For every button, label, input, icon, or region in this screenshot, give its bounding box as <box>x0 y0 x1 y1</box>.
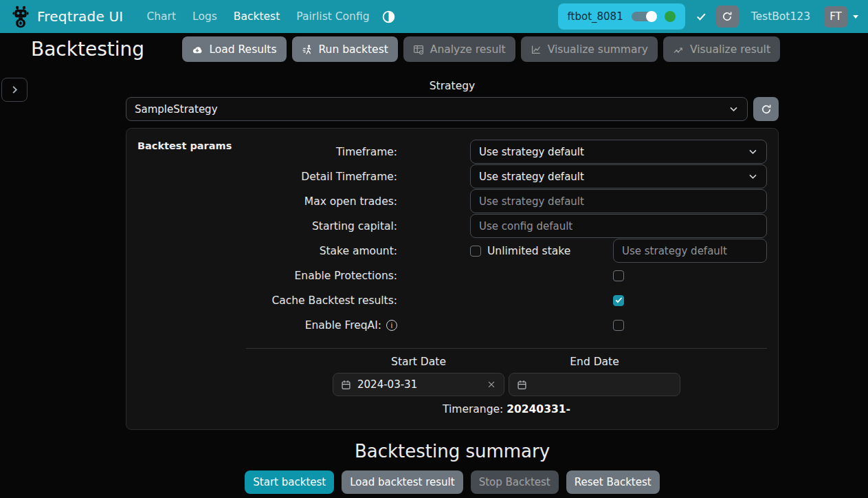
bot-status-dot <box>665 11 676 22</box>
chevron-down-icon <box>728 104 739 114</box>
detail-timeframe-select[interactable]: Use strategy default <box>470 164 767 188</box>
strategy-select-value: SampleStrategy <box>135 103 218 116</box>
visualize-summary-button[interactable]: Visualize summary <box>521 36 658 62</box>
chevron-down-icon <box>748 147 758 157</box>
chevron-right-icon <box>10 85 20 95</box>
date-range-section: Start Date End Date 2024-03-31 <box>333 351 680 415</box>
chevron-down-icon <box>748 171 758 182</box>
clear-start-date-icon[interactable] <box>487 380 496 389</box>
visualize-result-button[interactable]: Visualize result <box>663 36 780 62</box>
run-icon <box>302 44 313 55</box>
start-date-input[interactable]: 2024-03-31 <box>333 373 504 396</box>
summary-button-group: Start backtest Load backtest result Stop… <box>126 470 779 494</box>
backtest-params-form: Timeframe: Use strategy default Detail T… <box>246 140 767 415</box>
stake-amount-input[interactable] <box>613 239 767 263</box>
form-row-starting-capital: Starting capital: <box>246 214 767 238</box>
form-row-detail-timeframe: Detail Timeframe: Use strategy default <box>246 164 767 188</box>
form-row-timeframe: Timeframe: Use strategy default <box>246 140 767 164</box>
load-results-button[interactable]: Load Results <box>182 36 286 62</box>
timerange-value: 20240331- <box>507 403 570 415</box>
starting-capital-label: Starting capital: <box>246 220 470 232</box>
freqtrade-robot-logo-icon <box>10 5 32 28</box>
calendar-icon <box>341 380 351 390</box>
timerange-text: Timerange: 20240331- <box>333 403 680 415</box>
nav-link-backtest[interactable]: Backtest <box>227 10 286 23</box>
refresh-strategies-button[interactable] <box>753 97 779 121</box>
bot-name: ftbot_8081 <box>568 10 623 23</box>
chart-line-icon <box>531 44 542 55</box>
timeframe-label: Timeframe: <box>246 146 470 158</box>
nav-link-pairlist-config[interactable]: Pairlist Config <box>290 10 375 23</box>
backtest-main: Strategy SampleStrategy Backtest params <box>126 80 779 494</box>
start-date-value: 2024-03-31 <box>357 378 417 391</box>
app-title: Freqtrade UI <box>37 8 123 25</box>
unlimited-stake-checkbox[interactable] <box>470 246 481 257</box>
user-menu[interactable]: FT <box>824 6 858 28</box>
start-backtest-button[interactable]: Start backtest <box>245 470 334 494</box>
form-row-max-open-trades: Max open trades: <box>246 189 767 213</box>
backtest-params-card: Backtest params Timeframe: Use strategy … <box>126 128 779 430</box>
cache-results-checkbox[interactable] <box>613 295 624 306</box>
timeframe-select[interactable]: Use strategy default <box>470 140 767 164</box>
strategy-select[interactable]: SampleStrategy <box>126 97 748 121</box>
form-row-enable-protections: Enable Protections: <box>246 263 767 288</box>
refresh-icon <box>761 104 772 115</box>
detail-timeframe-label: Detail Timeframe: <box>246 171 470 183</box>
info-icon[interactable]: i <box>386 320 397 331</box>
max-open-trades-label: Max open trades: <box>246 195 470 208</box>
backtesting-summary-title: Backtesting summary <box>126 441 779 462</box>
stake-amount-label: Stake amount: <box>246 245 470 257</box>
check-icon <box>696 12 706 22</box>
navbar: Freqtrade UI Chart Logs Backtest Pairlis… <box>0 0 868 33</box>
calendar-icon <box>517 380 527 390</box>
max-open-trades-input[interactable] <box>470 189 767 213</box>
unlimited-stake-label: Unlimited stake <box>487 245 570 257</box>
page-header: Backtesting Load Results Run backtest <box>0 33 868 65</box>
starting-capital-input[interactable] <box>470 214 767 238</box>
enable-protections-checkbox[interactable] <box>613 270 624 281</box>
logged-in-username: TestBot123 <box>751 10 810 23</box>
reset-backtest-button[interactable]: Reset Backtest <box>566 470 660 494</box>
cache-results-label: Cache Backtest results: <box>246 294 470 307</box>
header-button-group: Load Results Run backtest Analyze re <box>182 36 780 62</box>
run-backtest-button[interactable]: Run backtest <box>292 36 398 62</box>
analyze-result-button[interactable]: Analyze result <box>403 36 515 62</box>
enable-freqai-checkbox[interactable] <box>613 320 624 331</box>
reload-bot-button[interactable] <box>716 6 739 28</box>
nav-link-logs[interactable]: Logs <box>186 10 223 23</box>
start-date-label: Start Date <box>333 351 504 373</box>
expand-left-panel-button[interactable] <box>1 78 27 102</box>
avatar: FT <box>824 6 847 28</box>
page-title: Backtesting <box>31 38 144 61</box>
divider <box>246 348 767 349</box>
bot-online-toggle[interactable] <box>632 12 656 21</box>
load-backtest-result-button[interactable]: Load backtest result <box>342 470 463 494</box>
strategy-label: Strategy <box>126 80 779 92</box>
enable-freqai-label: Enable FreqAI: <box>305 319 381 332</box>
theme-toggle-icon[interactable] <box>382 10 395 23</box>
graph-up-icon <box>673 44 684 55</box>
form-row-cache-results: Cache Backtest results: <box>246 288 767 312</box>
end-date-label: End Date <box>509 351 680 373</box>
form-row-stake-amount: Stake amount: Unlimited stake <box>246 239 767 263</box>
chevron-down-icon <box>853 15 858 19</box>
stop-backtest-button[interactable]: Stop Backtest <box>471 470 559 494</box>
enable-protections-label: Enable Protections: <box>246 270 470 282</box>
end-date-input[interactable] <box>509 373 680 396</box>
form-row-enable-freqai: Enable FreqAI: i <box>246 313 767 337</box>
bot-selector[interactable]: ftbot_8081 <box>558 3 685 30</box>
table-gear-icon <box>413 44 424 55</box>
card-title: Backtest params <box>137 140 246 151</box>
cloud-download-icon <box>192 44 203 55</box>
nav-link-chart[interactable]: Chart <box>140 10 182 23</box>
